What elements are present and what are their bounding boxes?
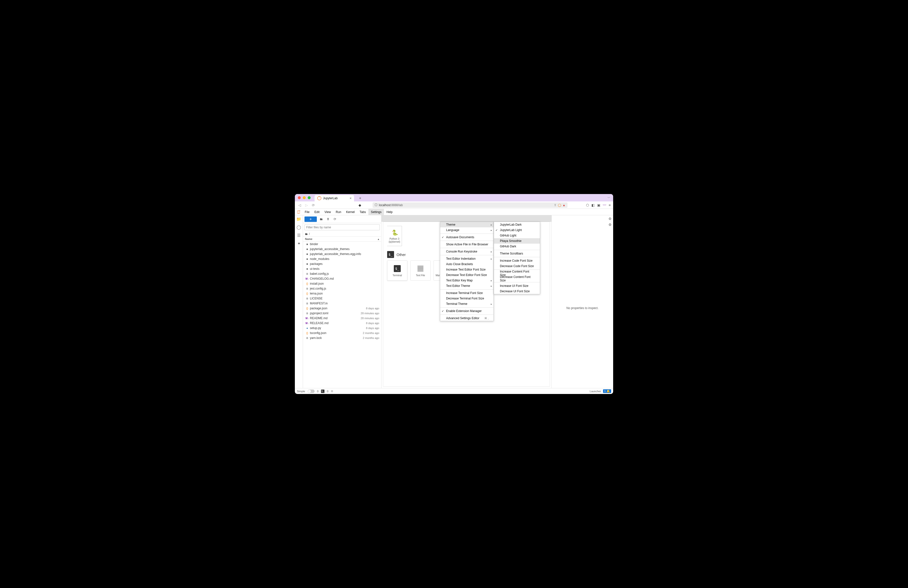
menu-file[interactable]: File [302,209,312,215]
bookmark-icon[interactable]: ◆ [357,203,362,207]
file-row[interactable]: M↓CHANGELOG.md [303,276,381,281]
launcher-card-terminal[interactable]: $_Terminal [387,261,407,281]
file-row[interactable]: 🗎LICENSE [303,296,381,301]
menu-item-pitaya-smoothie[interactable]: Pitaya Smoothie [494,238,540,244]
file-row[interactable]: ■ui-tests [303,266,381,271]
terminals-count[interactable]: 0 [317,390,319,393]
file-list-header[interactable]: Name ▴ [303,237,381,242]
gear-icon[interactable]: ⚙ [609,217,612,221]
menu-item-increase-code-font-size[interactable]: Increase Code Font Size [494,258,540,263]
menu-item-decrease-text-editor-font-size[interactable]: Decrease Text Editor Font Size [440,272,493,278]
file-row[interactable]: M↓README.md28 minutes ago [303,316,381,321]
menu-icon[interactable]: ≡ [609,203,611,207]
file-row[interactable]: 🗎MANIFEST.in [303,301,381,306]
menu-item-theme[interactable]: Theme [440,222,493,227]
menu-item-jupyterlab-light[interactable]: ✓JupyterLab Light [494,227,540,233]
menu-item-github-light[interactable]: GitHub Light [494,233,540,238]
new-launcher-button[interactable]: + [304,216,317,222]
menu-help[interactable]: Help [384,209,395,215]
file-row[interactable]: 🗎yarn.lock2 months ago [303,335,381,340]
forward-button[interactable]: ▷ [304,203,309,207]
wallet-icon[interactable]: ▣ [597,203,601,207]
menu-item-console-run-keystroke[interactable]: Console Run Keystroke [440,249,493,254]
menu-kernel[interactable]: Kernel [344,209,357,215]
share-icon[interactable]: ⇧ [554,203,556,207]
file-row[interactable]: ●setup.py8 days ago [303,325,381,330]
menu-item-decrease-ui-font-size[interactable]: Decrease UI Font Size [494,288,540,294]
document-tabbar[interactable] [382,215,551,222]
file-row[interactable]: ■jupyterlab_accessible_themes [303,246,381,251]
file-row[interactable]: ■binder [303,242,381,246]
folder-icon[interactable]: 📁 [296,217,301,221]
sidepanel-icon[interactable]: ◧ [591,203,595,207]
file-row[interactable]: 🗎babel.config.js [303,271,381,276]
file-row[interactable]: {}lerna.json [303,291,381,296]
window-maximize[interactable] [307,196,311,199]
menu-item-show-active-file-in-file-browser[interactable]: Show Active File in File Browser [440,242,493,247]
extension-icon[interactable]: 〰 [603,203,606,207]
notification-badge[interactable]: 1 🔔 [603,389,611,393]
menu-edit[interactable]: Edit [312,209,322,215]
menu-item-increase-ui-font-size[interactable]: Increase UI Font Size [494,283,540,288]
menu-item-text-editor-indentation[interactable]: Text Editor Indentation [440,256,493,261]
menu-item-decrease-content-font-size[interactable]: Decrease Content Font Size [494,276,540,282]
tabs-dropdown-icon[interactable]: ﹀ [607,196,610,200]
launcher-card-text-file[interactable]: Text File [411,261,431,281]
menu-item-language[interactable]: Language [440,227,493,233]
bug-icon[interactable]: ⚙ [609,223,612,227]
file-row[interactable]: {}package.json8 days ago [303,306,381,311]
refresh-icon[interactable]: ⟳ [332,217,338,221]
back-button[interactable]: ◁ [297,203,302,207]
site-info-icon[interactable]: ⓘ [375,203,378,207]
menu-tabs[interactable]: Tabs [357,209,369,215]
menu-item-text-editor-theme[interactable]: Text Editor Theme [440,283,493,288]
brave-warning-icon[interactable]: ▲ [563,203,565,207]
file-filter-input[interactable] [304,224,380,230]
menu-item-decrease-terminal-font-size[interactable]: Decrease Terminal Font Size [440,296,493,301]
file-row[interactable]: 🗎pyproject.toml28 minutes ago [303,311,381,316]
file-row[interactable]: M↓RELEASE.md8 days ago [303,321,381,325]
launcher-card-python-console[interactable]: Python 3(ipykernel) [387,226,402,246]
file-row[interactable]: ■jupyterlab_accessible_themes.egg-info [303,251,381,256]
menu-view[interactable]: View [322,209,333,215]
browser-tab[interactable]: JupyterLab × [315,195,354,201]
upload-icon[interactable]: ⬆ [325,217,331,221]
menu-item-github-dark[interactable]: GitHub Dark [494,244,540,249]
menu-item-advanced-settings-editor[interactable]: Advanced Settings Editor⌘ , [440,316,493,321]
kernels-count[interactable]: 0 [327,390,328,393]
menu-item-theme-scrollbars[interactable]: Theme Scrollbars [494,251,540,256]
menu-settings[interactable]: Settings [369,209,384,215]
file-row[interactable]: {}tsconfig.json2 months ago [303,330,381,335]
file-row[interactable]: {}install.json [303,281,381,286]
breadcrumb[interactable]: 🖿 / [303,232,381,237]
url-bar[interactable]: ⓘ localhost:8888/lab ⇧ ◯ ▲ [373,202,568,208]
window-close[interactable] [298,196,301,199]
file-row[interactable]: ■node_modules [303,256,381,261]
tab-close-icon[interactable]: × [349,196,352,200]
simple-toggle[interactable] [307,390,315,393]
new-tab-button[interactable]: + [359,196,361,200]
running-icon[interactable]: ◯ [296,225,301,230]
menu-item-text-editor-key-map[interactable]: Text Editor Key Map [440,278,493,283]
menu-item-auto-close-brackets[interactable]: Auto Close Brackets [440,261,493,267]
window-minimize[interactable] [303,196,306,199]
new-folder-icon[interactable]: 🖿 [318,217,324,221]
reload-button[interactable]: ⟳ [311,203,316,207]
menu-item-increase-text-editor-font-size[interactable]: Increase Text Editor Font Size [440,267,493,272]
extensions-icon[interactable]: ⬡ [586,203,589,207]
toc-icon[interactable]: ☰ [297,233,301,238]
menu-item-increase-terminal-font-size[interactable]: Increase Terminal Font Size [440,290,493,296]
menu-item-decrease-code-font-size[interactable]: Decrease Code Font Size [494,263,540,269]
launcher-status[interactable]: Launcher [590,390,601,393]
extension-manager-icon[interactable]: ✦ [297,241,301,246]
file-row[interactable]: 🗎jest.config.js [303,286,381,291]
menu-run[interactable]: Run [333,209,344,215]
jupyter-logo[interactable] [295,209,302,215]
menu-item-jupyterlab-dark[interactable]: JupyterLab Dark [494,222,540,227]
menu-item-autosave-documents[interactable]: ✓Autosave Documents [440,235,493,240]
menu-item-enable-extension-manager[interactable]: ✓Enable Extension Manager [440,308,493,314]
brave-shield-icon[interactable]: ◯ [558,203,561,207]
file-name: package.json [310,306,366,310]
file-row[interactable]: ■packages [303,261,381,266]
menu-item-terminal-theme[interactable]: Terminal Theme [440,301,493,306]
